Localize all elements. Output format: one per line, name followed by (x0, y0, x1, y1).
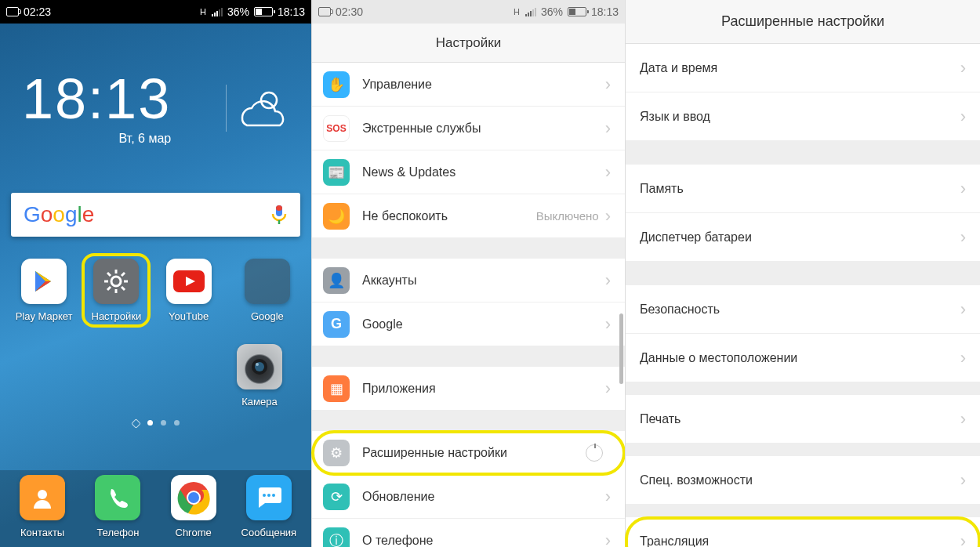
gear-icon (93, 259, 139, 304)
row-label: Язык и ввод (640, 110, 710, 124)
settings-item-update[interactable]: ⟳Обновление› (312, 475, 625, 519)
app-label: Камера (241, 396, 277, 408)
row-label: Управление (362, 78, 432, 92)
row-label: Дата и время (640, 61, 717, 75)
page-indicator[interactable] (0, 420, 311, 427)
settings-item-control[interactable]: ✋Управление› (312, 63, 625, 107)
chevron-right-icon: › (960, 58, 966, 78)
chevron-right-icon: › (960, 409, 966, 429)
svg-point-20 (188, 492, 199, 503)
google-search-bar[interactable]: Google (11, 193, 300, 237)
settings-group: 👤Аккаунты› GGoogle› (312, 259, 625, 346)
settings-item-emergency[interactable]: SOSЭкстренные службы› (312, 107, 625, 150)
mic-icon[interactable] (270, 204, 288, 226)
app-label: Chrome (176, 527, 212, 538)
app-settings[interactable]: Настройки (82, 253, 151, 328)
app-youtube[interactable]: YouTube (154, 259, 223, 322)
battery-icon (254, 7, 273, 16)
weather-icon (226, 85, 289, 132)
row-label: Трансляция (640, 534, 709, 548)
chevron-right-icon: › (605, 206, 611, 226)
chevron-right-icon: › (605, 314, 611, 335)
app-contacts[interactable]: Контакты (8, 475, 77, 538)
row-label: Печать (640, 412, 681, 426)
row-label: Данные о местоположении (640, 351, 797, 365)
chrome-icon (171, 475, 216, 520)
app-messages[interactable]: Сообщения (234, 475, 303, 538)
hand-icon: ✋ (323, 71, 350, 98)
svg-line-9 (107, 273, 111, 276)
svg-line-10 (122, 287, 125, 290)
chevron-right-icon: › (605, 531, 611, 548)
app-label: Google (251, 310, 284, 322)
status-clock: 18:13 (591, 5, 619, 18)
app-play-market[interactable]: Play Маркет (9, 259, 78, 322)
settings-item[interactable]: Данные о местоположении› (626, 334, 980, 382)
settings-item[interactable]: Диспетчер батареи› (626, 213, 980, 262)
separator (626, 505, 980, 517)
row-value: Выключено (536, 209, 599, 223)
record-icon (6, 7, 19, 16)
app-chrome[interactable]: Chrome (159, 475, 228, 538)
settings-item[interactable]: Спец. возможности› (626, 456, 980, 505)
app-label: Телефон (96, 527, 139, 538)
apps-icon: ▦ (323, 375, 350, 402)
folder-icon (245, 259, 290, 304)
chevron-right-icon: › (960, 470, 966, 491)
chevron-right-icon: › (960, 227, 966, 248)
status-bar: 02:23 H 36% 18:13 (0, 0, 311, 24)
settings-item[interactable]: Дата и время› (626, 44, 980, 92)
chevron-right-icon: › (605, 118, 611, 139)
dnd-icon: 🌙 (323, 203, 350, 230)
clock-widget[interactable]: 18:13 Вт, 6 мар (0, 24, 311, 146)
settings-item-advanced[interactable]: ⚙Расширенные настройки (312, 431, 625, 475)
row-label: Обновление (362, 490, 434, 504)
status-clock: 18:13 (278, 5, 305, 18)
app-folder-google[interactable]: Google (233, 259, 302, 322)
svg-point-16 (256, 363, 259, 366)
settings-item-google[interactable]: GGoogle› (312, 302, 625, 346)
settings-item-apps[interactable]: ▦Приложения› (312, 367, 625, 411)
advanced-list: Дата и время›Язык и ввод›Память›Диспетче… (626, 44, 980, 547)
clock-date: Вт, 6 мар (22, 132, 171, 146)
svg-point-21 (263, 494, 266, 497)
chevron-right-icon: › (960, 531, 966, 548)
app-phone[interactable]: Телефон (83, 475, 152, 538)
chevron-right-icon: › (605, 270, 611, 291)
app-row: Play Маркет Настройки YouTube Google (0, 259, 311, 322)
svg-point-17 (38, 490, 47, 499)
settings-item-dnd[interactable]: 🌙Не беспокоитьВыключено› (312, 194, 625, 238)
settings-group: ▦Приложения› (312, 367, 625, 411)
app-camera[interactable]: Камера (225, 344, 294, 408)
chevron-right-icon: › (605, 487, 611, 507)
sos-icon: SOS (323, 115, 350, 142)
settings-group: ⚙Расширенные настройки ⟳Обновление› ⓘО т… (312, 431, 625, 547)
settings-screen: 02:30 H 36% 18:13 Настройки ✋Управление›… (311, 0, 625, 547)
svg-rect-2 (276, 205, 282, 211)
messages-icon (246, 475, 292, 520)
row-label: Спец. возможности (640, 473, 753, 487)
clock-time: 18:13 (22, 71, 171, 127)
separator (312, 411, 625, 431)
settings-item[interactable]: Язык и ввод› (626, 92, 980, 141)
row-label: Аккаунты (362, 274, 416, 288)
settings-item[interactable]: Память› (626, 165, 980, 213)
settings-item[interactable]: Печать› (626, 395, 980, 444)
settings-item[interactable]: Трансляция› (626, 517, 980, 547)
settings-item-about[interactable]: ⓘО телефоне› (312, 519, 625, 547)
page-title: Расширенные настройки (626, 0, 980, 44)
row-label: Google (362, 317, 403, 331)
settings-item-news[interactable]: 📰News & Updates› (312, 150, 625, 194)
scrollbar[interactable] (619, 313, 623, 384)
row-label: Память (640, 182, 684, 196)
app-label: Play Маркет (16, 310, 73, 322)
google-g-icon: G (323, 311, 350, 338)
battery-pct: 36% (227, 5, 249, 18)
phone-icon (95, 475, 140, 520)
settings-item-accounts[interactable]: 👤Аккаунты› (312, 259, 625, 302)
settings-item[interactable]: Безопасность› (626, 285, 980, 334)
separator (312, 238, 625, 259)
separator (626, 141, 980, 165)
record-time: 02:23 (24, 5, 51, 18)
app-label: Контакты (20, 527, 64, 538)
